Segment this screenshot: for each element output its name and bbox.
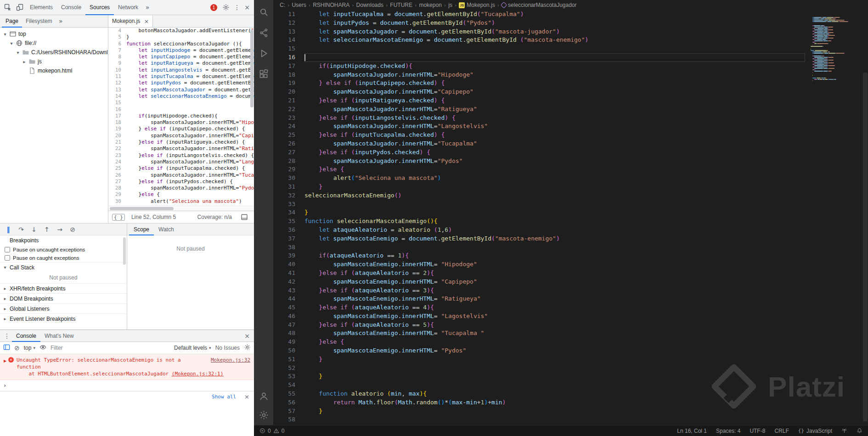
step-over-icon[interactable]: ↷ bbox=[16, 224, 27, 235]
tab-network[interactable]: Network bbox=[114, 0, 142, 15]
code-line[interactable]: let spanMascotaJugador = document.getEle… bbox=[304, 28, 805, 36]
close-tab-icon[interactable]: × bbox=[144, 18, 149, 25]
drawer-kebab-icon[interactable]: ⋮ bbox=[2, 332, 12, 340]
line-number[interactable]: 39 bbox=[273, 252, 295, 260]
code-line[interactable]: let seleccionarMascotaEnemigo = document… bbox=[304, 36, 805, 45]
chevron-down-icon[interactable]: ▾ bbox=[9, 41, 14, 46]
line-number[interactable]: 9 bbox=[108, 60, 121, 67]
line-number[interactable]: 13 bbox=[273, 28, 295, 36]
editor-tab-mokepon-js[interactable]: Mokepon.js × bbox=[108, 15, 153, 27]
line-number[interactable]: 4 bbox=[108, 28, 121, 34]
chevron-down-icon[interactable]: ▾ bbox=[16, 50, 20, 55]
settings-icon[interactable] bbox=[258, 409, 269, 420]
code-line[interactable]: let spanMascotaEnemigo = document.getEle… bbox=[304, 235, 805, 243]
line-number[interactable]: 37 bbox=[273, 235, 295, 243]
code-line[interactable]: let spanMascotaJugador = document.getEle… bbox=[126, 87, 254, 93]
code-line[interactable]: spanMascotaJugador.innerHTML="Pydos" bbox=[304, 157, 805, 166]
error-source-link[interactable]: Mokepon.js:32 bbox=[211, 357, 250, 363]
deactivate-breakpoints-icon[interactable]: ⊘ bbox=[67, 224, 78, 235]
line-number[interactable]: 52 bbox=[273, 364, 295, 373]
code-line[interactable]: let ataqueAleatorio = aleatorio (1,6) bbox=[304, 226, 805, 235]
line-number[interactable]: 6 bbox=[108, 41, 121, 47]
line-number[interactable]: 30 bbox=[273, 174, 295, 183]
line-number[interactable]: 24 bbox=[108, 159, 121, 165]
line-number[interactable]: 11 bbox=[273, 10, 295, 19]
step-out-icon[interactable]: ↑ bbox=[41, 224, 52, 235]
code-line[interactable]: spanMascotaJugador.innerHTML="Hipodoge" bbox=[304, 71, 805, 79]
code-line[interactable]: let inputPydos = document.getElementById… bbox=[304, 19, 805, 28]
stack-frame-link[interactable]: (Mokepon.js:32:1) bbox=[172, 371, 224, 377]
line-number[interactable]: 14 bbox=[273, 36, 295, 45]
tab-filesystem[interactable]: Filesystem bbox=[22, 15, 56, 28]
code-line[interactable]: }else if (inputTucapalma.checked) { bbox=[304, 131, 805, 140]
line-number[interactable]: 15 bbox=[108, 100, 121, 106]
code-line[interactable]: spanMascotaJugador.innerHTML="Capipepo" bbox=[126, 133, 254, 139]
line-number[interactable]: 28 bbox=[108, 185, 121, 191]
kebab-menu-icon[interactable]: ⋮ bbox=[232, 4, 242, 11]
code-line[interactable]: let inputLangostelvis = document.getElem… bbox=[126, 67, 254, 73]
line-number[interactable]: 10 bbox=[108, 67, 121, 73]
line-number[interactable]: 27 bbox=[273, 148, 295, 157]
line-number[interactable]: 50 bbox=[273, 347, 295, 355]
scrollbar-thumb[interactable] bbox=[110, 207, 174, 210]
breadcrumb-item-downloads[interactable]: Downloads bbox=[356, 2, 383, 8]
line-number[interactable]: 19 bbox=[273, 79, 295, 88]
code-line[interactable]: botonMascotaJugador.addEventListener("cl… bbox=[126, 28, 254, 34]
tab-scope[interactable]: Scope bbox=[129, 224, 154, 235]
code-line[interactable]: }else if (inputPydos.checked) { bbox=[304, 148, 805, 157]
line-number[interactable]: 29 bbox=[108, 191, 121, 198]
minimap[interactable] bbox=[811, 14, 853, 80]
line-number[interactable]: 42 bbox=[273, 278, 295, 286]
line-number[interactable]: 34 bbox=[273, 208, 295, 217]
line-number[interactable]: 51 bbox=[273, 355, 295, 364]
line-number[interactable]: 17 bbox=[108, 113, 121, 119]
line-number[interactable]: 54 bbox=[273, 381, 295, 390]
code-line[interactable]: }else { bbox=[304, 338, 805, 347]
code-line[interactable]: spanMascotaJugador.innerHTML="Pydos" bbox=[126, 185, 254, 191]
line-number[interactable]: 58 bbox=[273, 415, 295, 424]
code-line[interactable]: }else if (ataqueAleatorio == 2){ bbox=[304, 269, 805, 278]
code-line[interactable]: function seleccionarMascotaJugador (){ bbox=[126, 41, 254, 47]
code-line[interactable]: spanMascotaJugador.innerHTML="Ratigueya" bbox=[304, 105, 805, 114]
line-number[interactable]: 28 bbox=[273, 157, 295, 166]
line-number[interactable]: 45 bbox=[273, 303, 295, 312]
device-toolbar-icon[interactable] bbox=[14, 1, 26, 13]
live-expression-eye-icon[interactable] bbox=[39, 344, 46, 352]
code-line[interactable]: spanMascotaEnemigo.innerHTML= "Hipodoge" bbox=[304, 260, 805, 269]
code-line[interactable]: let seleccionarMascotaEnemigo = document… bbox=[126, 93, 254, 100]
chevron-right-icon[interactable]: ▸ bbox=[22, 59, 27, 64]
code-line[interactable]: }else if (inputTucapalma.checked) { bbox=[126, 165, 254, 172]
line-number[interactable]: 24 bbox=[273, 122, 295, 131]
cursor-position-status[interactable]: Ln 16, Col 1 bbox=[677, 428, 707, 434]
code-line[interactable]: spanMascotaEnemigo.innerHTML= "Pydos" bbox=[304, 347, 805, 355]
code-line[interactable]: }else { bbox=[304, 165, 805, 174]
checkbox-pause-on-caught-exceptions[interactable]: Pause on caught exceptions bbox=[0, 254, 127, 262]
line-number[interactable]: 20 bbox=[108, 133, 121, 139]
code-line[interactable]: }else if (ataqueAleatorio == 5){ bbox=[304, 321, 805, 330]
line-number[interactable]: 31 bbox=[273, 183, 295, 191]
line-number[interactable]: 49 bbox=[273, 338, 295, 347]
tree-item-top[interactable]: ▾top bbox=[0, 29, 108, 39]
code-line[interactable]: if(inputHipodoge.checked){ bbox=[126, 113, 254, 119]
code-line[interactable] bbox=[126, 100, 254, 106]
editor-vertical-scrollbar[interactable] bbox=[250, 29, 254, 107]
line-number[interactable]: 36 bbox=[273, 226, 295, 235]
line-number[interactable]: 22 bbox=[273, 105, 295, 114]
line-number[interactable]: 11 bbox=[108, 73, 121, 80]
code-line[interactable]: } else if (inputCapipepo.checked) { bbox=[126, 126, 254, 132]
checkbox-icon[interactable] bbox=[5, 255, 10, 261]
tab-watch[interactable]: Watch bbox=[154, 224, 179, 235]
more-panels-icon[interactable]: » bbox=[142, 4, 152, 11]
scrollbar-thumb[interactable] bbox=[863, 73, 868, 421]
code-line[interactable] bbox=[126, 106, 254, 113]
line-number[interactable]: 16 bbox=[108, 106, 121, 113]
dismiss-icon[interactable]: × bbox=[244, 393, 249, 400]
line-number[interactable]: 13 bbox=[108, 87, 121, 93]
code-line[interactable]: spanMascotaJugador.innerHTML="Langostelv… bbox=[126, 159, 254, 165]
code-line[interactable]: spanMascotaEnemigo.innerHTML= "Tucapalma… bbox=[304, 329, 805, 338]
line-number[interactable]: 18 bbox=[273, 71, 295, 79]
code-line[interactable]: }else if (inputLangostelvis.checked) { bbox=[304, 114, 805, 123]
extensions-icon[interactable] bbox=[258, 68, 269, 79]
code-line[interactable]: spanMascotaEnemigo.innerHTML= "Capipepo" bbox=[304, 278, 805, 286]
breadcrumb-item-users[interactable]: Users bbox=[292, 2, 306, 8]
